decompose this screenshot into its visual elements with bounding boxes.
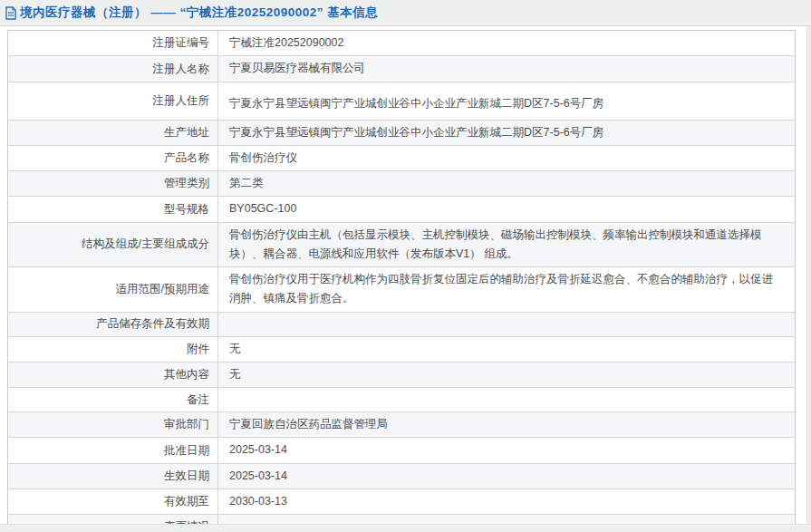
- row-label: 其他内容: [8, 363, 218, 387]
- document-icon: [5, 6, 17, 20]
- row-label: 适用范围/预期用途: [8, 267, 218, 312]
- row-label: 审批部门: [8, 412, 218, 437]
- scrollbar[interactable]: [806, 26, 811, 532]
- row-label: 注册人名称: [8, 56, 218, 81]
- row-value: 第二类: [218, 171, 795, 196]
- table-row-approval-date: 批准日期 2025-03-14: [8, 438, 795, 463]
- row-label: 附件: [8, 337, 218, 362]
- table-row-management-class: 管理类别 第二类: [8, 171, 795, 197]
- row-value: 无: [218, 337, 795, 362]
- row-value: 2025-03-14: [218, 464, 795, 488]
- table-row-registrant-address: 注册人住所 宁夏永宁县望远镇闽宁产业城创业谷中小企业产业新城二期D区7-5-6号…: [8, 82, 795, 121]
- table-row-effective-date: 生效日期 2025-03-14: [8, 464, 795, 489]
- row-value: 骨创伤治疗仪由主机（包括显示模块、主机控制模块、磁场输出控制模块、频率输出控制模…: [218, 223, 795, 267]
- row-label: 结构及组成/主要组成成分: [8, 223, 218, 267]
- table-row-product-name: 产品名称 骨创伤治疗仪: [8, 146, 795, 171]
- row-label: 批准日期: [8, 438, 218, 462]
- row-label: 有效期至: [8, 489, 218, 514]
- row-label: 备注: [8, 388, 218, 411]
- row-value: 骨创伤治疗仪用于医疗机构作为四肢骨折复位固定后的辅助治疗及骨折延迟愈合、不愈合的…: [218, 267, 795, 312]
- table-row-other-content: 其他内容 无: [8, 363, 795, 388]
- row-label: 注册证编号: [8, 31, 218, 55]
- registration-info-table: 注册证编号 宁械注准20252090002 注册人名称 宁夏贝易医疗器械有限公司…: [7, 30, 796, 532]
- row-value: BY05GC-100: [218, 197, 795, 221]
- row-label: 注册人住所: [8, 82, 218, 120]
- row-value: 2025-03-14: [218, 438, 795, 462]
- table-row-remarks: 备注: [8, 388, 795, 412]
- table-row-model-spec: 型号规格 BY05GC-100: [8, 197, 795, 222]
- row-value: 宁夏贝易医疗器械有限公司: [218, 56, 795, 81]
- row-value: 无: [218, 363, 795, 387]
- table-row-attachments: 附件 无: [8, 337, 795, 363]
- row-label: 生产地址: [8, 121, 218, 145]
- row-label: 管理类别: [8, 171, 218, 196]
- row-value: 宁械注准20252090002: [218, 31, 795, 55]
- row-value: 2030-03-13: [218, 489, 795, 514]
- table-row-intended-use: 适用范围/预期用途 骨创伤治疗仪用于医疗机构作为四肢骨折复位固定后的辅助治疗及骨…: [8, 267, 795, 313]
- row-value: [218, 388, 795, 411]
- row-label: 产品名称: [8, 146, 218, 170]
- row-value: 骨创伤治疗仪: [218, 146, 795, 170]
- row-label: 生效日期: [8, 464, 218, 488]
- row-value: 宁夏永宁县望远镇闽宁产业城创业谷中小企业产业新城二期D区7-5-6号厂房: [218, 121, 795, 145]
- next-section-band: [0, 524, 811, 532]
- page-header: 境内医疗器械（注册） —— “宁械注准20252090002” 基本信息: [0, 0, 811, 26]
- row-value: 宁夏回族自治区药品监督管理局: [218, 412, 795, 437]
- row-value: [218, 313, 795, 336]
- row-label: 产品储存条件及有效期: [8, 313, 218, 336]
- table-row-approval-department: 审批部门 宁夏回族自治区药品监督管理局: [8, 412, 795, 438]
- table-row-structure-composition: 结构及组成/主要组成成分 骨创伤治疗仪由主机（包括显示模块、主机控制模块、磁场输…: [8, 223, 795, 268]
- table-row-expiry-date: 有效期至 2030-03-13: [8, 489, 795, 515]
- table-row-registrant-name: 注册人名称 宁夏贝易医疗器械有限公司: [8, 56, 795, 82]
- table-row-production-address: 生产地址 宁夏永宁县望远镇闽宁产业城创业谷中小企业产业新城二期D区7-5-6号厂…: [8, 121, 795, 146]
- page-title: 境内医疗器械（注册） —— “宁械注准20252090002” 基本信息: [20, 5, 378, 21]
- row-value: 宁夏永宁县望远镇闽宁产业城创业谷中小企业产业新城二期D区7-5-6号厂房: [218, 82, 795, 120]
- table-row-storage-conditions: 产品储存条件及有效期: [8, 313, 795, 337]
- table-row-registration-number: 注册证编号 宁械注准20252090002: [8, 31, 795, 56]
- row-label: 型号规格: [8, 197, 218, 221]
